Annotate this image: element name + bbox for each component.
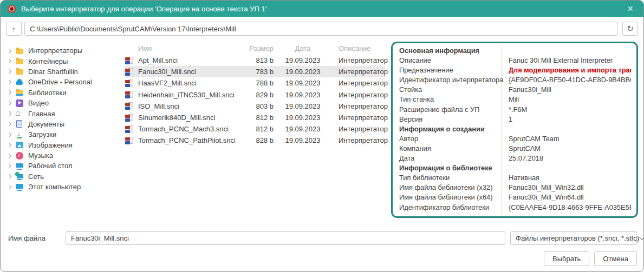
sidebar-item-containers[interactable]: Контейнеры <box>6 56 123 66</box>
sidebar-tree: ИнтерпретаторыКонтейнерыDinar Sharifulli… <box>1 42 123 227</box>
sidebar-item-label: Видео <box>28 99 49 107</box>
sidebar-item-videos[interactable]: Видео <box>6 98 123 108</box>
sidebar-item-label: Интерпретаторы <box>28 47 82 55</box>
info-value: 1 <box>509 115 631 124</box>
file-type-select[interactable]: Файлы интерпретаторов (*.snci, *.stfc) <box>510 231 637 245</box>
file-list-header: Имя Размер Дата Описание <box>124 42 385 55</box>
file-row[interactable]: Apt_Mill.snci813 b19.09.2023Интерпретато… <box>124 55 385 66</box>
file-desc: Интерпретатор <box>330 102 388 110</box>
filename-input[interactable] <box>66 231 505 245</box>
file-list: Имя Размер Дата Описание Apt_Mill.snci81… <box>123 42 386 227</box>
info-value: Mill <box>509 95 631 104</box>
close-icon[interactable]: × <box>624 4 636 14</box>
sidebar-item-libraries[interactable]: Библиотеки <box>6 88 123 98</box>
computer-icon <box>15 183 24 191</box>
chevron-right-icon[interactable] <box>7 111 11 116</box>
file-name: HaasVF2_Mill.snci <box>138 79 240 87</box>
column-header-date[interactable]: Дата <box>276 44 330 52</box>
sidebar-item-label: Библиотеки <box>28 89 66 97</box>
file-size: 788 b <box>240 79 276 87</box>
info-label: Имя файла библиотеки (x64) <box>399 193 500 202</box>
file-desc: Интерпретатор <box>330 114 388 122</box>
chevron-right-icon[interactable] <box>7 90 11 95</box>
file-row[interactable]: Tormach_PCNC_PathPilot.snci828 b19.09.20… <box>124 135 385 146</box>
file-row[interactable]: Tormach_PCNC_Mach3.snci812 b19.09.2023Ин… <box>124 123 385 135</box>
address-input[interactable] <box>24 22 617 36</box>
folder-icon <box>15 57 24 65</box>
chevron-right-icon[interactable] <box>7 80 11 84</box>
file-date: 19.09.2023 <box>276 114 330 122</box>
file-row[interactable]: Sinumerik840D_Mill.snci812 b19.09.2023Ин… <box>124 112 385 123</box>
file-size: 829 b <box>240 91 276 99</box>
sidebar-item-label: Сеть <box>28 173 44 181</box>
select-button[interactable]: Выбрать <box>544 251 589 266</box>
pictures-icon <box>15 141 24 149</box>
sidebar-item-label: Главная <box>28 110 55 118</box>
info-label: Предназначение <box>399 65 500 75</box>
sidebar-item-desktop[interactable]: Рабочий стол <box>6 161 123 171</box>
file-type-value: Файлы интерпретаторов (*.snci, *.stfc) <box>516 234 639 242</box>
file-date: 19.09.2023 <box>276 56 330 64</box>
column-header-desc[interactable]: Описание <box>330 44 385 52</box>
sidebar-item-music[interactable]: Музыка <box>6 150 123 161</box>
chevron-right-icon[interactable] <box>7 185 11 189</box>
chevron-right-icon[interactable] <box>7 174 11 178</box>
info-row: Версия1 <box>393 115 636 124</box>
info-value: Fanuc 30i Mill External Interpreter <box>509 56 631 65</box>
sidebar-item-interpreters[interactable]: Интерпретаторы <box>6 45 123 56</box>
chevron-right-icon[interactable] <box>7 101 11 105</box>
refresh-icon: ↻ <box>627 24 634 34</box>
interpreter-file-icon <box>125 102 134 110</box>
file-size: 828 b <box>240 136 276 144</box>
file-size: 812 b <box>240 114 276 122</box>
file-row[interactable]: ISO_Mill.snci803 b19.09.2023Интерпретато… <box>124 101 385 112</box>
file-name: Sinumerik840D_Mill.snci <box>138 114 240 122</box>
info-label: Тип станка <box>399 95 500 104</box>
interpreter-file-icon <box>125 90 134 99</box>
sidebar-item-onedrive[interactable]: OneDrive - Personal <box>6 77 123 87</box>
chevron-right-icon[interactable] <box>7 48 11 52</box>
file-row[interactable]: Fanuc30i_Mill.snci783 b19.09.2023Интерпр… <box>124 66 385 77</box>
file-size: 803 b <box>240 102 276 110</box>
sidebar-item-dinar-sharifullin[interactable]: Dinar Sharifullin <box>6 67 123 77</box>
sidebar-item-this-pc[interactable]: Этот компьютер <box>6 182 123 192</box>
sidebar-item-label: Документы <box>28 120 64 128</box>
globe-icon <box>15 172 19 176</box>
info-value: Fanuc30i_Mill_Win32.dll <box>509 183 631 193</box>
info-label: Имя файла библиотеки (x32) <box>399 183 500 193</box>
chevron-right-icon[interactable] <box>7 132 11 137</box>
chevron-right-icon[interactable] <box>7 69 11 74</box>
file-desc: Интерпретатор <box>330 91 388 99</box>
chevron-right-icon[interactable] <box>7 122 11 126</box>
chevron-right-icon[interactable] <box>7 153 11 157</box>
up-directory-button[interactable]: ↑ <box>6 22 22 36</box>
filename-row: Имя файла Файлы интерпретаторов (*.snci,… <box>8 231 637 245</box>
sidebar-item-network[interactable]: Сеть <box>6 171 123 182</box>
refresh-button[interactable]: ↻ <box>622 22 638 36</box>
sidebar-item-downloads[interactable]: Загрузки <box>6 129 123 140</box>
sidebar-item-label: Изображения <box>28 141 73 149</box>
column-header-size[interactable]: Размер <box>240 44 276 52</box>
file-desc: Интерпретатор <box>330 136 388 144</box>
info-label: Автор <box>399 134 500 144</box>
info-row: Тип библиотекиНативная <box>393 173 636 183</box>
interpreter-info-panel: Основная информацияОписаниеFanuc 30i Mil… <box>391 42 638 218</box>
chevron-right-icon[interactable] <box>7 164 11 168</box>
file-row[interactable]: HaasVF2_Mill.snci788 b19.09.2023Интерпре… <box>124 77 385 89</box>
info-section-title: Основная информация <box>399 46 500 56</box>
chevron-right-icon[interactable] <box>7 143 11 147</box>
interpreter-file-icon <box>125 125 134 134</box>
file-desc: Интерпретатор <box>330 68 388 76</box>
info-label: Компания <box>399 144 500 154</box>
chevron-right-icon[interactable] <box>7 59 11 63</box>
info-label: Версия <box>399 115 500 124</box>
file-row[interactable]: Heidenhain_iTNC530_Mill.snci829 b19.09.2… <box>124 89 385 101</box>
sidebar-item-documents[interactable]: Документы <box>6 119 123 129</box>
sidebar-item-home[interactable]: Главная <box>6 108 123 118</box>
info-value: SprutCAM <box>509 144 631 154</box>
footer: Имя файла Файлы интерпретаторов (*.snci,… <box>1 227 643 271</box>
column-header-name[interactable]: Имя <box>138 44 240 52</box>
file-desc: Интерпретатор <box>330 56 388 64</box>
sidebar-item-pictures[interactable]: Изображения <box>6 140 123 150</box>
cancel-button[interactable]: Отмена <box>594 251 637 266</box>
